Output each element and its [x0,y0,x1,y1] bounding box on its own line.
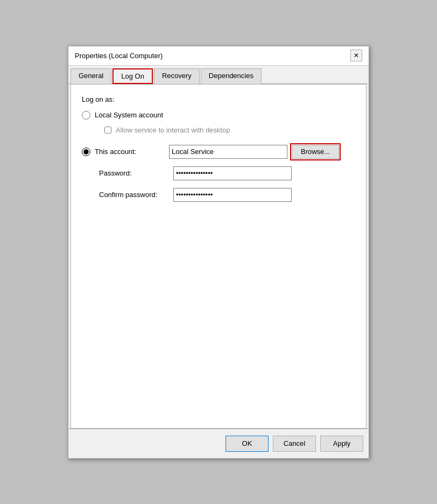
tab-dependencies[interactable]: Dependencies [201,68,262,84]
browse-button[interactable]: Browse... [292,145,339,159]
tab-recovery[interactable]: Recovery [154,68,200,84]
window-title: Properties (Local Computer) [75,52,163,60]
this-account-input[interactable] [169,145,287,159]
local-system-radio[interactable] [82,111,90,120]
confirm-password-label: Confirm password: [99,191,169,199]
ok-button[interactable]: OK [225,436,269,452]
tab-logon[interactable]: Log On [112,68,153,84]
this-account-label: This account: [95,148,165,156]
this-account-radio[interactable] [82,148,90,156]
properties-dialog: Properties (Local Computer) ✕ General Lo… [68,46,369,459]
local-system-option: Local System account [82,111,355,120]
this-account-row: This account: Browse... [82,145,355,159]
account-section: This account: Browse... Password: Confir… [82,145,355,202]
title-bar: Properties (Local Computer) ✕ [68,46,369,66]
password-input[interactable] [173,166,292,180]
logon-section-label: Log on as: [82,95,355,103]
close-button[interactable]: ✕ [350,50,362,61]
confirm-password-input[interactable] [173,188,292,202]
password-row: Password: [82,166,355,180]
interact-desktop-label: Allow service to interact with desktop [116,126,230,134]
password-label: Password: [99,169,169,177]
local-system-label: Local System account [95,111,163,119]
interact-desktop-option: Allow service to interact with desktop [104,126,355,134]
cancel-button[interactable]: Cancel [273,436,316,452]
tab-general[interactable]: General [71,68,111,84]
apply-button[interactable]: Apply [320,436,363,452]
tab-bar: General Log On Recovery Dependencies [68,66,369,84]
logon-options: Local System account Allow service to in… [82,111,355,134]
bottom-bar: OK Cancel Apply [68,429,369,458]
confirm-password-row: Confirm password: [82,188,355,202]
tab-content: Log on as: Local System account Allow se… [71,84,366,429]
interact-desktop-checkbox[interactable] [104,127,111,134]
